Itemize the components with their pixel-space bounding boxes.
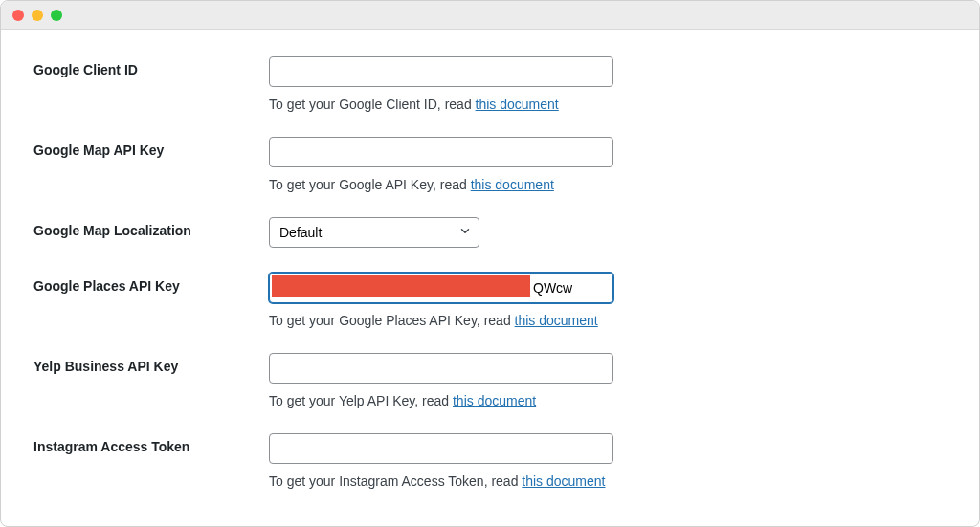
input-instagram-token[interactable]: [269, 433, 613, 464]
help-text: To get your Yelp API Key, read: [269, 393, 453, 408]
label-google-map-localization: Google Map Localization: [33, 217, 269, 238]
input-yelp-api-key[interactable]: [269, 353, 613, 384]
settings-form: Google Client ID To get your Google Clie…: [1, 30, 979, 527]
label-google-client-id: Google Client ID: [33, 56, 269, 77]
minimize-icon[interactable]: [32, 10, 43, 21]
help-text: To get your Google Client ID, read: [269, 97, 476, 112]
help-link-instagram-token[interactable]: this document: [522, 473, 605, 489]
row-google-map-api-key: Google Map API Key To get your Google AP…: [33, 137, 947, 192]
label-google-map-api-key: Google Map API Key: [33, 137, 269, 158]
label-google-places-api-key: Google Places API Key: [33, 273, 269, 294]
select-google-map-localization[interactable]: Default: [269, 217, 479, 248]
input-google-map-api-key[interactable]: [269, 137, 613, 167]
help-google-places-api-key: To get your Google Places API Key, read …: [269, 313, 613, 328]
help-link-google-client-id[interactable]: this document: [476, 97, 559, 112]
row-instagram-token: Instagram Access Token To get your Insta…: [33, 433, 947, 489]
label-yelp-api-key: Yelp Business API Key: [33, 353, 269, 374]
input-google-places-api-key[interactable]: [269, 273, 613, 303]
help-instagram-token: To get your Instagram Access Token, read…: [269, 473, 613, 489]
label-instagram-token: Instagram Access Token: [33, 433, 269, 454]
help-link-google-map-api-key[interactable]: this document: [471, 177, 554, 192]
help-google-client-id: To get your Google Client ID, read this …: [269, 97, 613, 112]
row-google-map-localization: Google Map Localization Default: [33, 217, 947, 248]
settings-window: Google Client ID To get your Google Clie…: [0, 0, 980, 527]
help-text: To get your Google API Key, read: [269, 177, 471, 192]
row-google-places-api-key: Google Places API Key To get your Google…: [33, 273, 947, 328]
help-google-map-api-key: To get your Google API Key, read this do…: [269, 177, 613, 192]
help-text: To get your Instagram Access Token, read: [269, 473, 522, 489]
window-titlebar: [1, 1, 979, 30]
row-yelp-api-key: Yelp Business API Key To get your Yelp A…: [33, 353, 947, 408]
help-text: To get your Google Places API Key, read: [269, 313, 515, 328]
maximize-icon[interactable]: [51, 10, 62, 21]
help-link-google-places-api-key[interactable]: this document: [515, 313, 598, 328]
close-icon[interactable]: [12, 10, 24, 21]
help-link-yelp-api-key[interactable]: this document: [453, 393, 536, 408]
input-google-client-id[interactable]: [269, 56, 613, 87]
row-google-client-id: Google Client ID To get your Google Clie…: [33, 56, 947, 112]
help-yelp-api-key: To get your Yelp API Key, read this docu…: [269, 393, 613, 408]
